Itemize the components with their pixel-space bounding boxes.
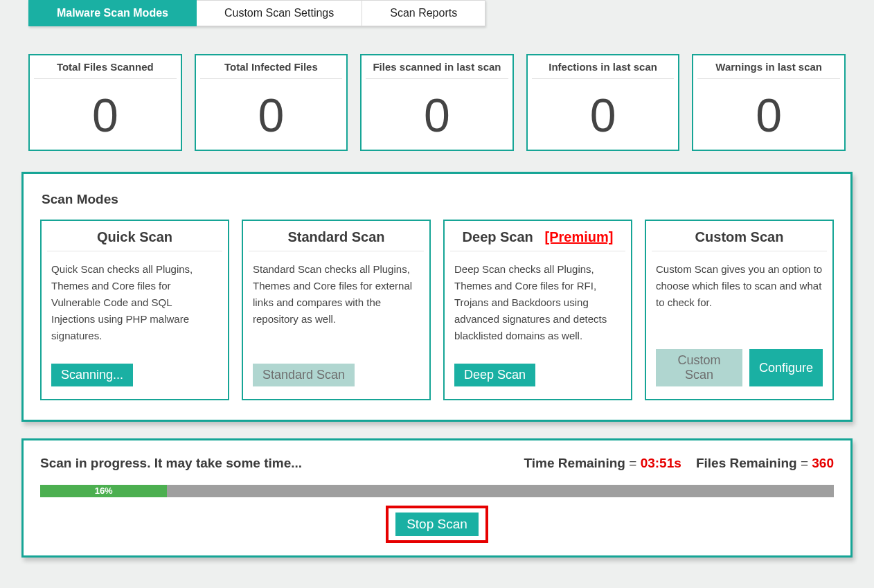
progress-bar: 16% [40,485,834,497]
tabs-bar: Malware Scan Modes Custom Scan Settings … [28,0,485,26]
mode-card-deep-scan: Deep Scan [Premium] Deep Scan checks all… [443,220,632,400]
mode-title: Standard Scan [249,225,424,251]
stat-title: Total Infected Files [200,61,343,79]
premium-link[interactable]: [Premium] [545,229,614,244]
time-unit: s [674,456,681,470]
equals-sign: = [801,456,812,470]
stat-total-infected-files: Total Infected Files 0 [195,54,348,151]
mode-title-text: Standard Scan [287,229,384,244]
custom-scan-button[interactable]: Custom Scan [656,349,742,386]
scan-progress-panel: Scan in progress. It may take some time.… [21,438,853,558]
stat-warnings-last-scan: Warnings in last scan 0 [692,54,846,151]
mode-title: Custom Scan [652,225,827,251]
mode-title: Quick Scan [47,225,222,251]
mode-title-text: Deep Scan [463,229,533,244]
mode-title: Deep Scan [Premium] [450,225,625,251]
tab-malware-scan-modes[interactable]: Malware Scan Modes [28,0,197,26]
scan-modes-panel: Scan Modes Quick Scan Quick Scan checks … [21,172,853,422]
stop-scan-highlight: Stop Scan [386,506,488,543]
quick-scan-button[interactable]: Scanning... [51,364,133,386]
progress-stats: Time Remaining = 03:51s Files Remaining … [524,456,834,471]
mode-description: Standard Scan checks all Plugins, Themes… [253,261,420,344]
equals-sign: = [629,456,640,470]
deep-scan-button[interactable]: Deep Scan [454,364,535,386]
tab-scan-reports[interactable]: Scan Reports [362,0,485,26]
mode-description: Deep Scan checks all Plugins, Themes and… [454,261,621,344]
stat-value: 0 [34,91,177,139]
stat-infections-last-scan: Infections in last scan 0 [526,54,680,151]
configure-button[interactable]: Configure [749,349,823,386]
stat-title: Warnings in last scan [697,61,840,79]
stat-title: Infections in last scan [532,61,675,79]
progress-fill: 16% [40,485,167,497]
stat-value: 0 [366,91,508,139]
stat-files-last-scan: Files scanned in last scan 0 [360,54,514,151]
mode-title-text: Custom Scan [695,229,784,244]
scan-modes-row: Quick Scan Quick Scan checks all Plugins… [40,220,834,400]
time-remaining-label: Time Remaining [524,456,625,470]
mode-card-custom-scan: Custom Scan Custom Scan gives you an opt… [645,220,834,400]
standard-scan-button[interactable]: Standard Scan [253,364,355,386]
stat-title: Files scanned in last scan [366,61,508,79]
mode-title-text: Quick Scan [97,229,172,244]
stat-title: Total Files Scanned [34,61,177,79]
files-remaining-label: Files Remaining [696,456,797,470]
panel-title: Scan Modes [42,192,834,207]
stat-value: 0 [200,91,343,139]
mode-description: Custom Scan gives you an option to choos… [656,261,823,330]
mode-card-quick-scan: Quick Scan Quick Scan checks all Plugins… [40,220,229,400]
files-remaining-value: 360 [812,456,834,470]
time-remaining-value: 03:51 [641,456,675,470]
stats-row: Total Files Scanned 0 Total Infected Fil… [21,54,853,151]
tab-custom-scan-settings[interactable]: Custom Scan Settings [197,0,362,26]
mode-description: Quick Scan checks all Plugins, Themes an… [51,261,218,344]
stat-value: 0 [532,91,675,139]
stat-value: 0 [697,91,840,139]
stat-total-files-scanned: Total Files Scanned 0 [28,54,182,151]
mode-card-standard-scan: Standard Scan Standard Scan checks all P… [242,220,431,400]
progress-message: Scan in progress. It may take some time.… [40,456,302,471]
stop-scan-button[interactable]: Stop Scan [395,513,479,536]
